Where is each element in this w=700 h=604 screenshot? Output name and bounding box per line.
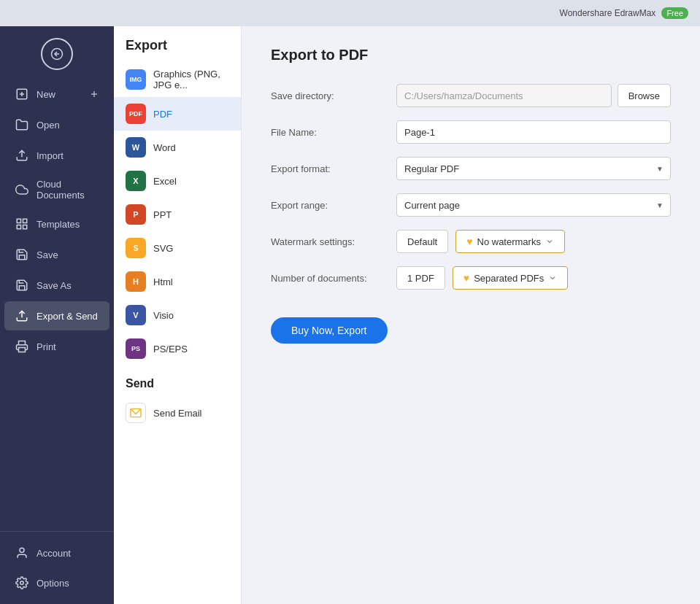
crown-separated-icon: ♥: [464, 272, 469, 284]
sidebar-item-print[interactable]: Print: [4, 332, 109, 361]
file-name-input[interactable]: [396, 120, 671, 144]
documents-separated-button[interactable]: ♥ Separated PDFs: [453, 266, 568, 290]
export-item-ppt[interactable]: P PPT: [114, 198, 241, 231]
export-item-ppt-label: PPT: [153, 209, 172, 220]
sidebar-item-save[interactable]: Save: [4, 240, 109, 269]
export-panel: Export to PDF Save directory: Browse Fil…: [242, 26, 700, 604]
export-format-label: Export format:: [271, 163, 388, 174]
documents-label: Number of documents:: [271, 273, 388, 284]
export-item-graphics[interactable]: IMG Graphics (PNG, JPG e...: [114, 62, 241, 97]
export-item-sendemail[interactable]: Send Email: [114, 396, 241, 430]
sidebar-item-label-save: Save: [36, 249, 58, 260]
export-range-wrapper: Current page All pages Selected pages: [396, 193, 671, 217]
svg-rect-9: [23, 219, 27, 222]
html-icon: H: [126, 271, 146, 292]
file-name-row: File Name:: [271, 120, 671, 144]
ppt-icon: P: [126, 204, 146, 225]
word-icon: W: [126, 137, 146, 158]
svg-icon: S: [126, 238, 146, 258]
sidebar-item-import[interactable]: Import: [4, 141, 109, 170]
saveas-icon: [15, 278, 29, 293]
sidebar-item-export[interactable]: Export & Send: [4, 301, 109, 330]
excel-icon: X: [126, 171, 146, 191]
back-button[interactable]: [41, 38, 73, 70]
export-format-wrapper: Regular PDF PDF/A PDF/X: [396, 157, 671, 180]
export-format-control: Regular PDF PDF/A PDF/X: [396, 157, 671, 180]
sidebar-item-new[interactable]: New: [4, 80, 109, 109]
content-area: Export IMG Graphics (PNG, JPG e... PDF P…: [114, 26, 700, 604]
export-item-pdf[interactable]: PDF PDF: [114, 97, 241, 131]
export-item-pdf-label: PDF: [153, 109, 172, 120]
print-icon: [15, 339, 29, 354]
options-icon: [15, 576, 29, 590]
account-icon: [15, 546, 29, 560]
export-item-sendemail-label: Send Email: [153, 408, 201, 419]
export-format-select[interactable]: Regular PDF PDF/A PDF/X: [396, 157, 671, 180]
export-item-html[interactable]: H Html: [114, 265, 241, 298]
email-icon: [126, 403, 146, 423]
export-item-pseps[interactable]: PS PS/EPS: [114, 332, 241, 365]
documents-one-button[interactable]: 1 PDF: [396, 266, 445, 290]
svg-rect-13: [19, 348, 26, 352]
graphics-icon: IMG: [126, 69, 146, 90]
sidebar-item-label-open: Open: [36, 120, 60, 131]
save-icon: [15, 247, 29, 262]
watermark-row: Watermark settings: Default ♥ No waterma…: [271, 230, 671, 253]
watermark-default-button[interactable]: Default: [396, 230, 448, 253]
save-directory-control: Browse: [396, 84, 671, 107]
export-item-svg-label: SVG: [153, 243, 173, 254]
top-bar: Wondershare EdrawMax Free: [0, 0, 700, 26]
sidebar-item-options[interactable]: Options: [4, 568, 109, 597]
file-name-label: File Name:: [271, 127, 388, 138]
cloud-icon: [15, 182, 29, 197]
sidebar-item-label-cloud: Cloud Documents: [36, 179, 99, 201]
sidebar-item-open[interactable]: Open: [4, 110, 109, 139]
crown-icon: ♥: [466, 236, 472, 247]
export-range-control: Current page All pages Selected pages: [396, 193, 671, 217]
watermark-no-label: No watermarks: [477, 236, 541, 247]
watermark-no-button[interactable]: ♥ No watermarks: [455, 230, 565, 253]
export-item-word[interactable]: W Word: [114, 131, 241, 164]
main-layout: New Open: [0, 26, 700, 604]
sidebar-item-label-export: Export & Send: [36, 311, 98, 322]
svg-rect-11: [23, 225, 27, 229]
sidebar-item-label-import: Import: [36, 150, 64, 161]
export-item-pseps-label: PS/EPS: [153, 344, 188, 355]
export-item-visio-label: Visio: [153, 310, 174, 321]
sidebar-item-label-options: Options: [36, 578, 69, 589]
buy-now-button[interactable]: Buy Now, Export: [271, 317, 388, 344]
export-item-word-label: Word: [153, 142, 176, 153]
export-item-graphics-label: Graphics (PNG, JPG e...: [153, 69, 229, 90]
svg-point-14: [20, 548, 24, 552]
export-item-visio[interactable]: V Visio: [114, 298, 241, 332]
export-item-html-label: Html: [153, 276, 173, 287]
free-badge: Free: [661, 7, 688, 19]
sidebar-item-templates[interactable]: Templates: [4, 209, 109, 239]
watermark-control: Default ♥ No watermarks: [396, 230, 671, 253]
export-range-row: Export range: Current page All pages Sel…: [271, 193, 671, 217]
save-directory-label: Save directory:: [271, 90, 388, 101]
sidebar-item-label-account: Account: [36, 548, 71, 559]
sidebar-item-cloud[interactable]: Cloud Documents: [4, 171, 109, 208]
export-item-excel[interactable]: X Excel: [114, 164, 241, 198]
browse-button[interactable]: Browse: [618, 84, 671, 107]
export-range-select[interactable]: Current page All pages Selected pages: [396, 193, 671, 217]
sidebar-item-saveas[interactable]: Save As: [4, 271, 109, 300]
open-icon: [15, 117, 29, 132]
sidebar-item-label-new: New: [36, 89, 55, 100]
sidebar-item-label-print: Print: [36, 341, 56, 352]
export-menu-title: Export: [114, 38, 241, 62]
svg-rect-10: [17, 225, 20, 229]
save-directory-input[interactable]: [396, 84, 612, 107]
svg-point-15: [20, 581, 24, 585]
sidebar-item-account[interactable]: Account: [4, 538, 109, 568]
sidebar-bottom: Account Options: [0, 531, 114, 604]
import-icon: [15, 148, 29, 163]
sidebar-items: New Open: [0, 76, 114, 531]
file-name-control: [396, 120, 671, 144]
export-item-svg[interactable]: S SVG: [114, 231, 241, 265]
documents-dropdown-icon: [548, 274, 557, 282]
visio-icon: V: [126, 305, 146, 325]
buy-now-section: Buy Now, Export: [271, 303, 671, 344]
templates-icon: [15, 217, 29, 231]
